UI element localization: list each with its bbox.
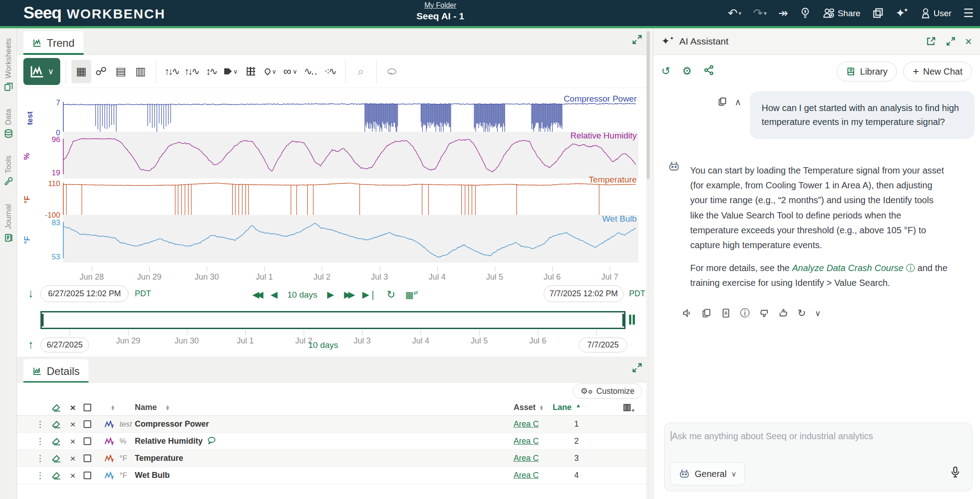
- zoom-in-button[interactable]: ⌕: [351, 60, 371, 83]
- asset-link[interactable]: Area C: [514, 454, 539, 463]
- answer-info-icon[interactable]: ⓘ: [740, 308, 750, 318]
- sidebar-item-worksheets[interactable]: Worksheets: [4, 38, 13, 92]
- column-header-asset[interactable]: Asset: [514, 403, 536, 412]
- time-axis[interactable]: Jun 28Jun 29Jun 30Jul 1Jul 2Jul 3Jul 4Ju…: [63, 267, 639, 283]
- row-checkbox[interactable]: [84, 420, 91, 428]
- duration-label[interactable]: 10 days: [288, 290, 318, 299]
- end-datetime-input[interactable]: 7/7/2025 12:02 PM: [544, 285, 624, 302]
- range-end-input[interactable]: 7/7/2025: [579, 338, 627, 352]
- lane-layout-button[interactable]: ▤: [111, 60, 131, 83]
- breadcrumb[interactable]: My Folder: [424, 1, 456, 9]
- crash-course-link[interactable]: Analyze Data Crash Course: [792, 263, 904, 273]
- regenerate-icon[interactable]: ↻: [798, 308, 806, 318]
- sort-icon[interactable]: ▲▼: [111, 405, 115, 410]
- compress-signals-button[interactable]: ↑↓∿: [162, 60, 182, 83]
- table-row[interactable]: ⋮ × % Relative Humidity Area C 2: [17, 433, 650, 450]
- lane-label[interactable]: Wet Bulb: [602, 214, 637, 224]
- row-menu-icon[interactable]: ⋮: [36, 453, 44, 463]
- ai-expand-icon[interactable]: [945, 36, 956, 47]
- sort-name-icon[interactable]: ▲▼: [165, 405, 170, 410]
- sort-asset-icon[interactable]: ▲▼: [539, 405, 544, 410]
- asset-link[interactable]: Area C: [514, 471, 539, 480]
- row-menu-icon[interactable]: ⋮: [36, 419, 44, 429]
- select-all-checkbox[interactable]: [84, 404, 91, 411]
- display-mode-button[interactable]: ∨: [23, 58, 60, 85]
- details-expand-icon[interactable]: [631, 362, 643, 374]
- auto-update-button[interactable]: [629, 315, 635, 325]
- assistant-mode-dropdown[interactable]: General ∨: [670, 462, 745, 486]
- lane-label[interactable]: Compressor Power: [563, 94, 637, 104]
- refresh-button[interactable]: ↻: [386, 290, 395, 300]
- compress-to-lanes-button[interactable]: ↑↓∿: [182, 60, 201, 83]
- sidebar-item-tools[interactable]: Tools: [4, 156, 13, 187]
- row-menu-icon[interactable]: ⋮: [36, 470, 44, 481]
- move-start-arrow-icon[interactable]: ↓: [28, 286, 34, 300]
- row-eraser-icon[interactable]: [52, 454, 61, 463]
- row-remove-icon[interactable]: ×: [70, 436, 75, 447]
- signal-name[interactable]: Compressor Power: [135, 419, 209, 429]
- end-timezone-label[interactable]: PDT: [629, 289, 645, 299]
- capsule-time-button[interactable]: ∞∨: [280, 60, 300, 83]
- row-remove-icon[interactable]: ×: [70, 453, 75, 464]
- read-aloud-icon[interactable]: [682, 308, 692, 318]
- jump-forward-button[interactable]: ▶▶: [344, 290, 352, 299]
- sidebar-item-data[interactable]: Data: [4, 109, 13, 138]
- step-forward-button[interactable]: ▶: [327, 290, 334, 299]
- step-to-now-button[interactable]: ▶❘: [362, 290, 377, 299]
- lane-label[interactable]: Temperature: [589, 175, 637, 185]
- lane-wet-bulb[interactable]: °F 83 53 Wet Bulb: [17, 221, 650, 259]
- copy-message-icon[interactable]: [718, 97, 727, 107]
- gridlines-button[interactable]: [241, 60, 261, 83]
- lane-temperature[interactable]: °F 110 -100 Temperature: [17, 182, 650, 217]
- row-menu-icon[interactable]: ⋮: [36, 436, 44, 446]
- start-datetime-input[interactable]: 6/27/2025 12:02 PM: [40, 285, 129, 302]
- forward-history-button[interactable]: ↠: [778, 7, 788, 19]
- collapse-message-icon[interactable]: ∧: [735, 97, 741, 107]
- sample-markers-button[interactable]: ⁖∿: [320, 60, 340, 83]
- remove-all-eraser-icon[interactable]: [52, 404, 61, 412]
- table-row[interactable]: ⋮ × °F Temperature Area C 3: [17, 450, 650, 467]
- library-button[interactable]: Library: [837, 62, 897, 81]
- undo-button[interactable]: ↶▾: [728, 7, 741, 19]
- info-circle-icon[interactable]: ⓘ: [906, 263, 915, 273]
- copy-answer-icon[interactable]: [701, 308, 712, 318]
- row-checkbox[interactable]: [84, 472, 91, 479]
- lane-compressor-power[interactable]: test 7 0 Compressor Power: [17, 101, 650, 135]
- range-handle-left[interactable]: [41, 314, 44, 326]
- customize-button[interactable]: ⚙⚙ Customize: [573, 383, 642, 399]
- row-eraser-icon[interactable]: [52, 472, 61, 480]
- redo-button[interactable]: ↷▾: [753, 7, 767, 19]
- more-chevron-icon[interactable]: ∨: [815, 309, 820, 317]
- table-row[interactable]: ⋮ × °F Wet Bulb Area C 4: [17, 467, 650, 484]
- table-row[interactable]: ⋮ × test Compressor Power Area C 1: [17, 416, 650, 433]
- interpolation-button[interactable]: ∿‥: [300, 60, 320, 83]
- tab-details[interactable]: Details: [23, 359, 89, 383]
- ai-sparkles-button[interactable]: ✦✦: [896, 7, 909, 19]
- share-access-button[interactable]: Share: [822, 7, 860, 19]
- annotation-bubble-icon[interactable]: [207, 437, 216, 446]
- thumbs-up-icon[interactable]: [778, 308, 789, 318]
- sort-lane-asc-icon[interactable]: ▲: [576, 402, 581, 409]
- ai-close-icon[interactable]: ×: [965, 36, 972, 47]
- range-duration-label[interactable]: 10 days: [308, 340, 338, 350]
- row-checkbox[interactable]: [84, 437, 91, 445]
- move-up-arrow-icon[interactable]: ↑: [28, 338, 34, 352]
- value-idea-icon[interactable]: [800, 7, 811, 19]
- start-timezone-label[interactable]: PDT: [135, 289, 151, 299]
- document-icon[interactable]: [721, 308, 731, 318]
- samples-table-button[interactable]: ▦: [71, 60, 91, 83]
- chat-history-icon[interactable]: ↺: [661, 65, 670, 78]
- scrollbar-thumb[interactable]: [647, 31, 650, 179]
- column-header-name[interactable]: Name: [135, 403, 157, 412]
- new-chat-button[interactable]: + New Chat: [903, 62, 972, 81]
- labels-button[interactable]: ∨: [221, 60, 241, 83]
- user-menu-button[interactable]: User: [920, 7, 952, 19]
- auto-scale-button[interactable]: ↕∿: [201, 60, 221, 83]
- signal-name[interactable]: Wet Bulb: [135, 471, 170, 480]
- thumbs-down-icon[interactable]: [759, 308, 769, 318]
- column-header-lane[interactable]: Lane: [553, 403, 572, 412]
- open-in-new-icon[interactable]: [926, 36, 936, 47]
- lane-relative-humidity[interactable]: % 96 19 Relative Humidity: [17, 138, 650, 175]
- ai-share-icon[interactable]: [704, 65, 714, 78]
- chain-link-button[interactable]: ☍: [91, 60, 111, 83]
